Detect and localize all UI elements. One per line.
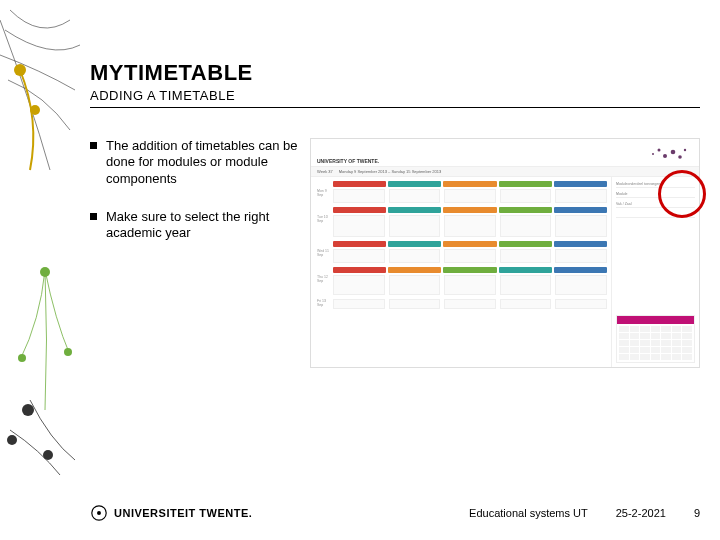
footer-source: Educational systems UT: [469, 507, 588, 519]
shot-splatter-icon: [633, 144, 693, 164]
svg-point-9: [658, 149, 661, 152]
svg-point-13: [684, 149, 686, 151]
svg-point-15: [97, 511, 101, 515]
slide-subtitle: ADDING A TIMETABLE: [90, 88, 720, 103]
shot-brand: UNIVERSITY OF TWENTE.: [317, 158, 379, 164]
ut-logo-icon: [90, 504, 108, 522]
bullet-item: The addition of timetables can be done f…: [90, 138, 300, 187]
svg-point-8: [652, 153, 654, 155]
svg-point-6: [7, 435, 17, 445]
bullet-item: Make sure to select the right academic y…: [90, 209, 300, 242]
svg-point-5: [22, 404, 34, 416]
footer-date: 25-2-2021: [616, 507, 666, 519]
mini-calendar: [616, 315, 695, 363]
highlight-circle: [658, 170, 706, 218]
shot-range: Monday 9 September 2013 – Sunday 15 Sept…: [339, 169, 442, 174]
bullet-list: The addition of timetables can be done f…: [90, 138, 310, 368]
footer-logo: UNIVERSITEIT TWENTE.: [90, 504, 252, 522]
svg-point-7: [43, 450, 53, 460]
footer-page: 9: [694, 507, 700, 519]
timetable-screenshot: UNIVERSITY OF TWENTE. Week 37 Monday 9 S…: [310, 138, 700, 368]
shot-week: Week 37: [317, 169, 333, 174]
svg-point-12: [678, 155, 682, 159]
slide-title: MYTIMETABLE: [90, 60, 720, 86]
svg-point-10: [663, 154, 667, 158]
title-rule: [90, 107, 700, 108]
svg-point-11: [671, 150, 676, 155]
